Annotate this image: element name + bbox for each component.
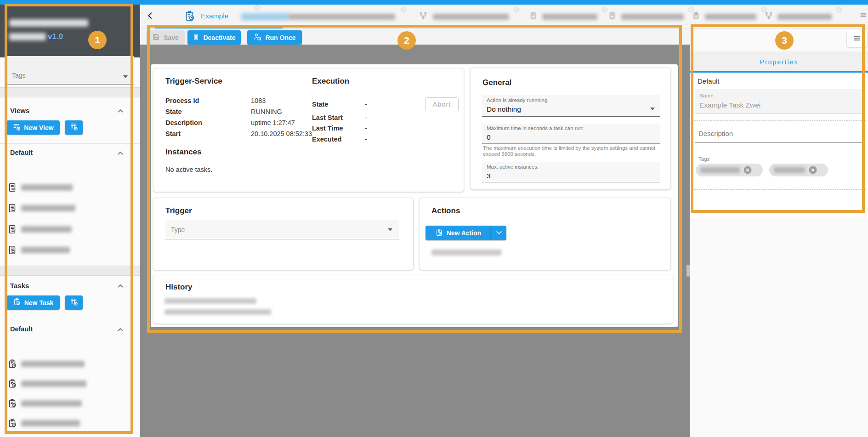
field-label: Maximum time in seconds a task can run: [487,125,584,131]
view-list-item[interactable] [7,182,17,194]
tab-status-dot [255,6,260,10]
view-list-item[interactable] [7,203,17,215]
max-instances-input[interactable]: Max. active instances: 3 [482,162,660,182]
view-document-icon [7,249,17,256]
tab-active-example-task[interactable]: Example [155,5,283,28]
trigger-type-select[interactable]: Type [165,220,399,239]
scrollbar-thumb[interactable] [686,265,690,277]
task-clipboard-clock-icon [7,422,17,430]
task-list-item[interactable] [7,398,17,410]
new-task-grid-button[interactable] [65,295,83,310]
chevron-up-icon[interactable] [117,108,124,116]
new-action-button[interactable]: New Action [425,226,491,240]
view-document-icon [7,228,17,236]
row-label: Executed [312,136,341,143]
redacted-text [21,184,73,191]
card-title: Trigger [165,206,192,216]
redacted-text [165,298,256,304]
redacted-text [241,13,289,20]
run-once-label: Run Once [265,34,295,41]
hamburger-menu-icon [852,34,862,44]
deactivate-button[interactable]: Deactivate [187,30,241,45]
clipboard-icon [692,12,700,21]
redacted-text [705,14,756,20]
tag-chip[interactable] [696,164,763,176]
view-list-item[interactable] [7,224,17,236]
properties-tab-bar: Properties [690,51,868,73]
max-time-input[interactable]: Maximum time in seconds a task can run: … [482,124,660,144]
save-button[interactable]: Save [146,30,185,45]
tab-overflow-menu-icon[interactable] [859,11,868,21]
properties-panel: Properties Default Name Example Task Zwe… [690,28,868,437]
redacted-app-title [9,19,88,27]
left-sidebar: v1.0 Tags Views New View Default [0,5,140,437]
redacted-text [777,14,832,20]
app-version: v1.0 [48,32,63,41]
execution-title: Execution [312,77,349,86]
tasks-section-title: Tasks [10,282,29,289]
view-document-icon [7,207,17,215]
task-clipboard-clock-icon [7,363,17,370]
run-once-person-icon [253,33,261,42]
task-list-item[interactable] [7,379,17,390]
card-title: Trigger-Service [165,77,222,86]
card-title: Actions [431,206,460,216]
row-value: uptime 1:27:47 [251,119,295,126]
chevron-down-icon [388,228,392,231]
panel-menu-button[interactable] [847,30,867,47]
field-value: 0 [487,133,491,142]
grid-plus-icon [70,123,78,132]
new-action-dropdown-button[interactable] [491,226,506,240]
abort-button[interactable]: Abort [425,97,459,111]
flow-icon [765,12,772,21]
redacted-text [433,14,509,20]
grid-plus-icon [70,298,78,307]
chevron-up-icon[interactable] [117,283,124,291]
new-view-grid-button[interactable] [65,120,83,135]
view-document-icon [7,187,17,194]
chevron-up-icon[interactable] [117,326,124,335]
back-chevron-icon[interactable] [146,11,155,22]
chevron-down-icon [650,108,655,110]
views-group-label: Default [10,149,33,156]
chevron-up-icon[interactable] [117,150,124,159]
app-top-bar [0,0,868,5]
run-once-button[interactable]: Run Once [247,30,302,45]
row-label: Last Start [312,114,343,121]
redacted-text [431,250,501,255]
task-list-item[interactable] [7,418,17,430]
actions-card: Actions New Action [419,198,671,270]
tab-properties[interactable]: Properties [760,58,799,66]
task-clipboard-clock-icon [184,10,196,23]
description-field[interactable] [695,142,863,143]
pause-icon [193,34,199,42]
row-label: State [165,108,182,115]
new-view-button[interactable]: New View [6,120,60,135]
chevron-down-icon [123,75,128,78]
field-label: Action is already runnning [487,97,547,103]
card-title: General [482,78,511,87]
row-value: - [365,136,367,143]
instances-empty-text: No active tasks. [165,166,212,173]
section-divider [0,87,140,97]
tags-filter-label: Tags [12,72,26,79]
tab-status-dot [401,7,406,12]
name-field[interactable]: Name Example Task Zwei [695,89,863,114]
flow-icon [420,12,427,21]
views-section-title: Views [10,107,29,114]
tag-chip[interactable] [769,164,828,176]
row-value: - [365,125,367,132]
type-label: Type [171,226,185,233]
new-view-label: New View [24,124,53,131]
view-list-item[interactable] [7,245,17,256]
new-action-split-button: New Action [425,226,506,240]
tags-filter-select[interactable]: Tags [6,56,134,85]
redacted-text [774,167,805,173]
name-field-value: Example Task Zwei [699,101,760,109]
row-value: RUNNING [251,108,282,115]
remove-tag-icon[interactable] [743,166,752,174]
remove-tag-icon[interactable] [809,166,817,174]
task-list-item[interactable] [7,359,17,370]
new-task-button[interactable]: New Task [6,295,60,310]
action-running-select[interactable]: Action is already runnning Do nothing [482,95,660,117]
